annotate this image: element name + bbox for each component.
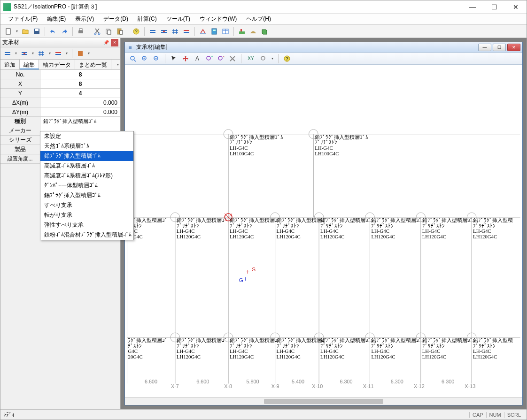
side-book-button[interactable] — [75, 48, 85, 59]
select-button[interactable] — [169, 53, 179, 64]
menu-view[interactable]: 表示(V) — [71, 14, 98, 24]
side-isolator4-dropdown[interactable]: ▾ — [64, 51, 69, 55]
menu-calc[interactable]: 計算(C) — [134, 14, 161, 24]
node-bot-2[interactable]: 鉛ﾌﾟﾗｸﾞ挿入型積層ｺﾞ ﾌﾞﾘﾁﾞｽﾄﾝ LH-G4C LH120G4C — [224, 333, 280, 359]
undo-button[interactable] — [48, 26, 58, 37]
paste-button[interactable] — [115, 26, 125, 37]
calc-button[interactable] — [209, 26, 219, 37]
node-bot-7[interactable]: 鉛ﾌﾟﾗｸﾞ挿入型積 ﾌﾞﾘﾁﾞｽﾄﾝ LH-G4C LH120G4C — [467, 333, 513, 359]
node-bot-4[interactable]: 鉛ﾌﾟﾗｸﾞ挿入型積層ｺﾞ ﾌﾞﾘﾁﾞｽﾄﾝ LH-G4C LH120G4C — [314, 333, 371, 359]
pin-icon[interactable]: 📌 — [102, 39, 110, 46]
value-type[interactable]: 鉛ﾌﾟﾗｸﾞ挿入型積層ｺﾞﾑ — [40, 117, 120, 126]
minimize-button[interactable]: — — [462, 0, 483, 14]
child-minimize-button[interactable]: — — [478, 44, 491, 51]
grid-toggle-button[interactable] — [198, 26, 208, 37]
maximize-button[interactable]: ☐ — [483, 0, 505, 14]
xy-button[interactable]: XY — [245, 53, 257, 64]
child-close-button[interactable]: ✕ — [507, 44, 520, 51]
table-button[interactable] — [220, 26, 231, 37]
isolator-type2-button[interactable] — [159, 26, 169, 37]
cut-button[interactable] — [92, 26, 102, 37]
node-top-1[interactable]: 鉛ﾌﾟﾗｸﾞ挿入型積層ｺﾞﾑ ﾌﾞﾘﾁﾞｽﾄﾝ LH-G4C LH100G4C — [224, 130, 283, 156]
side-book-dropdown[interactable]: ▾ — [86, 51, 91, 55]
node-mid-1[interactable]: 鉛ﾌﾟﾗｸﾞ挿入型積層ｺﾞ ﾌﾞﾘﾁﾞｽﾄﾝ LH-G4C LH120G4C — [170, 213, 227, 239]
dd-item-9[interactable]: 弾性すべり支承 — [40, 220, 133, 230]
child-help-button[interactable]: ? — [282, 53, 292, 64]
print-button[interactable] — [76, 26, 86, 37]
node-mid-2[interactable]: 鉛ﾌﾟﾗｸﾞ挿入型積層ｺﾞ ﾌﾞﾘﾁﾞｽﾄﾝ LH-G4C LH120G4C — [230, 217, 280, 239]
open-button[interactable] — [20, 26, 31, 37]
node-bot-0[interactable]: ﾗｸﾞ挿入型積層ｺﾞ ﾁﾞｽﾄﾝ G4C 20G4C — [128, 337, 168, 359]
menu-edit[interactable]: 編集(E) — [43, 14, 70, 24]
node-mid-6[interactable]: 鉛ﾌﾟﾗｸﾞ挿入型積層ｺﾞ ﾌﾞﾘﾁﾞｽﾄﾝ LH-G4C LH120G4C — [416, 213, 473, 239]
tab-summary[interactable]: まとめ一覧 — [75, 60, 111, 69]
new-dropdown[interactable]: ▾ — [15, 29, 19, 33]
tabs-overflow[interactable]: ▾ — [116, 62, 120, 67]
menu-data[interactable]: データ(D) — [100, 14, 132, 24]
dd-item-8[interactable]: 転がり支承 — [40, 210, 133, 220]
value-y[interactable]: 4 — [40, 89, 120, 98]
child-maximize-button[interactable]: ☐ — [493, 44, 506, 51]
node-bot-1[interactable]: 鉛ﾌﾟﾗｸﾞ挿入型積層ｺﾞ ﾌﾞﾘﾁﾞｽﾄﾝ LH-G4C LH120G4C — [170, 333, 227, 359]
isolator-type1-button[interactable] — [147, 26, 158, 37]
side-isolator3-dropdown[interactable]: ▾ — [47, 51, 52, 55]
node-mid-5[interactable]: 鉛ﾌﾟﾗｸﾞ挿入型積層ｺﾞ ﾌﾞﾘﾁﾞｽﾄﾝ LH-G4C LH120G4C — [365, 213, 422, 239]
point-add-button[interactable]: + — [204, 53, 214, 64]
tab-edit[interactable]: 編集 — [20, 60, 39, 69]
dd-item-3[interactable]: 高減衰ｺﾞﾑ系積層ｺﾞﾑ — [40, 161, 133, 171]
isolator-type4-button[interactable] — [181, 26, 192, 37]
zoom-extent-button[interactable] — [128, 53, 138, 64]
value-x[interactable]: 8 — [40, 79, 120, 88]
node-bot-3[interactable]: 鉛ﾌﾟﾗｸﾞ挿入型積層ｺﾞ ﾌﾞﾘﾁﾞｽﾄﾝ LH-G4C LH120G4C — [271, 333, 327, 359]
dd-item-0[interactable]: 未設定 — [40, 131, 133, 141]
side-isolator3-button[interactable] — [36, 48, 46, 59]
dd-item-10[interactable]: 鉄粉ｺﾞﾑ混合材ﾌﾟﾗｸﾞ挿入型積層ｺﾞﾑ — [40, 230, 133, 240]
value-no[interactable]: 8 — [40, 70, 120, 79]
save-button[interactable] — [31, 26, 42, 37]
isolator-type3-button[interactable] — [170, 26, 180, 37]
zoom-dropdown[interactable]: ▾ — [270, 56, 275, 61]
side-isolator2-button[interactable] — [19, 48, 30, 59]
copy-button[interactable] — [103, 26, 114, 37]
text-button[interactable]: A — [192, 53, 202, 64]
delete-button[interactable] — [227, 53, 238, 64]
side-isolator4-button[interactable] — [53, 48, 63, 59]
zoom-mode-button[interactable] — [258, 53, 269, 64]
dd-item-5[interactable]: ﾀﾞﾝﾊﾟｰ一体型積層ｺﾞﾑ — [40, 181, 133, 191]
redo-button[interactable] — [59, 26, 70, 37]
menu-help[interactable]: ヘルプ(H) — [242, 14, 275, 24]
side-isolator2-dropdown[interactable]: ▾ — [31, 51, 35, 55]
node-mid-0[interactable]: ﾗｸﾞ挿入型積層ｺﾞ ﾁﾞｽﾄﾝ G4C 20G4C — [128, 217, 168, 239]
node-bot-5[interactable]: 鉛ﾌﾟﾗｸﾞ挿入型積層ｺﾞ ﾌﾞﾘﾁﾞｽﾄﾝ LH-G4C LH120G4C — [365, 333, 422, 359]
dd-item-6[interactable]: 錫ﾌﾟﾗｸﾞ挿入型積層ｺﾞﾑ — [40, 191, 133, 200]
label-angle[interactable]: 設置角度... — [0, 154, 40, 163]
move-button[interactable] — [180, 53, 191, 64]
menu-tool[interactable]: ツール(T) — [163, 14, 194, 24]
panel-close-button[interactable]: × — [111, 39, 118, 46]
canvas[interactable]: S + G + 鉛ﾌﾟﾗｸﾞ挿入型積層ｺﾞﾑ ﾌﾞﾘﾁﾞｽﾄﾝ LH-G4C L… — [125, 65, 522, 397]
tab-axial[interactable]: 軸力データ — [39, 60, 75, 69]
help-button[interactable]: ? — [131, 26, 141, 37]
scrollbar-thumb[interactable] — [264, 399, 383, 404]
zoom-in-button[interactable]: + — [140, 53, 150, 64]
view-3d-button[interactable] — [259, 26, 270, 37]
dd-item-4[interactable]: 高減衰ｺﾞﾑ系積層ｺﾞﾑ(ﾌﾚｱ形) — [40, 171, 133, 181]
value-dx[interactable]: 0.000 — [40, 98, 120, 107]
value-dy[interactable]: 0.000 — [40, 107, 120, 116]
dd-item-7[interactable]: すべり支承 — [40, 200, 133, 210]
tab-add[interactable]: 追加 — [0, 60, 20, 69]
node-top-2[interactable]: 鉛ﾌﾟﾗｸﾞ挿入型積層ｺﾞﾑ ﾌﾞﾘﾁﾞｽﾄﾝ LH-G4C LH100G4C — [309, 130, 368, 156]
node-mid-7[interactable]: 鉛ﾌﾟﾗｸﾞ挿入型積 ﾌﾞﾘﾁﾞｽﾄﾝ LH-G4C LH120G4C — [467, 213, 513, 239]
horizontal-scrollbar[interactable] — [125, 397, 522, 405]
menu-window[interactable]: ウィンドウ(W) — [196, 14, 240, 24]
dd-item-1[interactable]: 天然ｺﾞﾑ系積層ｺﾞﾑ — [40, 141, 133, 151]
point-remove-button[interactable]: × — [216, 53, 226, 64]
dd-item-2[interactable]: 鉛ﾌﾟﾗｸﾞ挿入型積層ｺﾞﾑ — [40, 151, 133, 161]
zoom-out-button[interactable]: − — [151, 53, 162, 64]
side-isolator1-dropdown[interactable]: ▾ — [14, 51, 18, 55]
menu-file[interactable]: ファイル(F) — [4, 14, 41, 24]
node-mid-3[interactable]: 鉛ﾌﾟﾗｸﾞ挿入型積層ｺﾞ ﾌﾞﾘﾁﾞｽﾄﾝ LH-G4C LH120G4C — [271, 213, 327, 239]
side-isolator1-button[interactable] — [2, 48, 13, 59]
new-button[interactable] — [3, 26, 14, 37]
close-button[interactable]: ✕ — [505, 0, 527, 14]
